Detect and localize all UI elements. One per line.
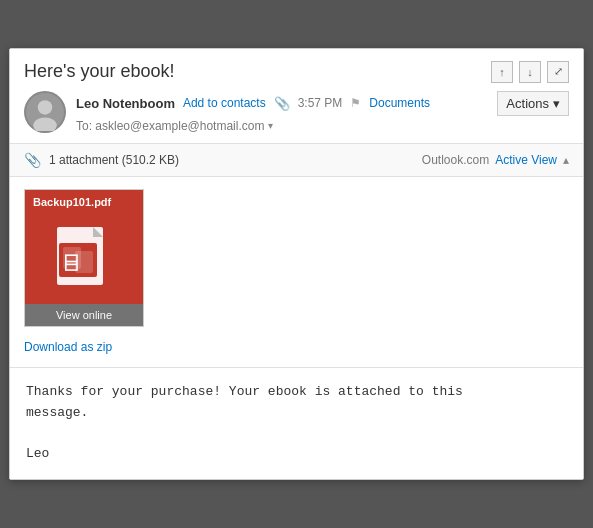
actions-label: Actions	[506, 96, 549, 111]
avatar	[24, 91, 66, 133]
email-title-row: Here's your ebook! ↑ ↓ ⤢	[24, 61, 569, 83]
collapse-attachments-icon[interactable]: ▴	[563, 153, 569, 167]
attachment-bar: 📎 1 attachment (510.2 KB) Outlook.com Ac…	[10, 144, 583, 177]
download-as-zip-link[interactable]: Download as zip	[24, 340, 112, 354]
add-to-contacts-link[interactable]: Add to contacts	[183, 96, 266, 110]
attachment-left: 📎 1 attachment (510.2 KB)	[24, 152, 179, 168]
attachment-count-text: 1 attachment (510.2 KB)	[49, 153, 179, 167]
pdf-file-icon: ⌸	[55, 225, 113, 293]
active-view-link[interactable]: Active View	[495, 153, 557, 167]
sender-line: Leo Notenboom Add to contacts 📎 3:57 PM …	[76, 96, 430, 111]
header-actions-row: Leo Notenboom Add to contacts 📎 3:57 PM …	[76, 91, 569, 116]
email-body: Thanks for your purchase! Your ebook is …	[10, 368, 583, 479]
outlook-text: Outlook.com	[422, 153, 489, 167]
attachment-thumb-body: ⌸	[25, 214, 143, 304]
sender-info: Leo Notenboom Add to contacts 📎 3:57 PM …	[76, 91, 569, 133]
expand-icon: ⤢	[554, 65, 563, 78]
recipient-line: To: askleo@example@hotmail.com ▾	[76, 119, 569, 133]
expand-recipient-icon[interactable]: ▾	[268, 120, 273, 131]
down-arrow-icon: ↓	[527, 66, 533, 78]
title-icons: ↑ ↓ ⤢	[491, 61, 569, 83]
attachment-right: Outlook.com Active View ▴	[422, 153, 569, 167]
svg-rect-9	[75, 251, 93, 273]
chevron-down-icon: ▾	[553, 96, 560, 111]
recipient-text: To: askleo@example@hotmail.com	[76, 119, 264, 133]
actions-button[interactable]: Actions ▾	[497, 91, 569, 116]
avatar-image	[26, 93, 64, 131]
attachment-clip-icon: 📎	[24, 152, 41, 168]
svg-point-1	[38, 100, 52, 114]
email-header: Here's your ebook! ↑ ↓ ⤢	[10, 49, 583, 144]
view-online-button[interactable]: View online	[25, 304, 143, 326]
move-down-button[interactable]: ↓	[519, 61, 541, 83]
documents-link[interactable]: Documents	[369, 96, 430, 110]
flag-icon: ⚑	[350, 96, 361, 110]
email-window: Here's your ebook! ↑ ↓ ⤢	[9, 48, 584, 480]
expand-window-button[interactable]: ⤢	[547, 61, 569, 83]
sender-name: Leo Notenboom	[76, 96, 175, 111]
paperclip-icon: 📎	[274, 96, 290, 111]
sender-row: Leo Notenboom Add to contacts 📎 3:57 PM …	[24, 91, 569, 133]
download-zip-row: Download as zip	[24, 337, 569, 355]
attachment-filename: Backup101.pdf	[25, 190, 143, 214]
email-body-text: Thanks for your purchase! Your ebook is …	[26, 382, 567, 465]
up-arrow-icon: ↑	[499, 66, 505, 78]
move-up-button[interactable]: ↑	[491, 61, 513, 83]
email-subject: Here's your ebook!	[24, 61, 175, 82]
attachments-area: Backup101.pdf ⌸ View online	[10, 177, 583, 368]
attachment-thumbnail[interactable]: Backup101.pdf ⌸ View online	[24, 189, 144, 327]
timestamp: 3:57 PM	[298, 96, 343, 110]
